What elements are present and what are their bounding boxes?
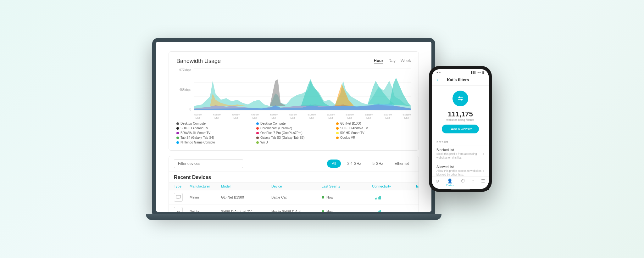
chart-area: 977kbps 488kbps 0 (176, 68, 411, 119)
recent-devices-title: Recent Devices (169, 171, 419, 182)
phone-menu-icon: ☰ (481, 178, 485, 183)
phone-profiles-label: Profiles (446, 184, 453, 186)
connectivity-tabs: All 2.4 GHz 5 GHz Ethernet (327, 160, 414, 168)
table-header: Type Manufacturer Model Device Last Seen… (169, 182, 419, 190)
laptop-base (146, 214, 441, 220)
bandwidth-title: Bandwidth Usage (176, 58, 221, 64)
phone-nav-timer[interactable]: ⏱ (461, 178, 465, 186)
phone-profiles-icon: 👤 (447, 178, 452, 183)
scene: Bandwidth Usage Hour Day Week 977kbps 48… (0, 0, 644, 258)
phone-wifi-icon: wifi (478, 71, 481, 74)
legend-item-1: Desktop Computer (256, 122, 331, 125)
th-model[interactable]: Model (221, 184, 271, 188)
status-dot-0 (322, 196, 324, 199)
phone-status-icons: ▌▌▌ wifi ▓ (471, 71, 484, 74)
filter-devices-input[interactable] (174, 159, 243, 168)
td-model-1: SHIELD Android TV (221, 210, 271, 212)
x-label-10: 5:20pmEST (384, 113, 392, 120)
x-label-9: 5:15pmEST (365, 113, 373, 120)
legend-item-3: SHIELD Android TV (176, 126, 251, 130)
phone-home-indicator (432, 189, 489, 190)
svg-point-10 (461, 99, 463, 101)
devices-table: Type Manufacturer Model Device Last Seen… (169, 182, 419, 212)
conn-tab-ethernet[interactable]: Ethernet (390, 160, 414, 168)
device-icon-1: TV (174, 207, 183, 212)
phone-count-label: websites being filtered (432, 118, 489, 121)
phone-filter-icon (452, 91, 468, 106)
phone-blocked-list-sub: Block this profile from accessing websit… (436, 152, 483, 160)
th-type[interactable]: Type (174, 184, 190, 188)
laptop-screen-outer: Bandwidth Usage Hour Day Week 977kbps 48… (152, 38, 435, 214)
phone-allowed-chevron-icon: › (483, 169, 484, 173)
status-dot-1 (322, 210, 324, 212)
phone-list-label: Kat's list (432, 138, 489, 145)
table-row[interactable]: Minim GL-iNet B1300 Battle Cat Now │ (169, 190, 419, 205)
th-manufacturer[interactable]: Manufacturer (190, 184, 221, 188)
svg-rect-4 (176, 195, 180, 198)
app-content: Bandwidth Usage Hour Day Week 977kbps 48… (156, 42, 431, 212)
legend-item-4: Chromecast (Chromie) (256, 126, 331, 130)
phone-blocked-list-title: Blocked list (436, 148, 483, 152)
phone-blocked-list-item[interactable]: Blocked list Block this profile from acc… (432, 145, 489, 162)
chart-x-axis: 4:30pmEST 4:35pmEST 4:40pmEST 4:45pmEST … (194, 112, 411, 120)
th-last-seen[interactable]: Last Seen (322, 184, 372, 188)
phone-network-icon: ↕ (472, 178, 474, 183)
phone-nav-profiles[interactable]: 👤 Profiles (446, 178, 453, 186)
td-type-1: TV (174, 207, 190, 212)
phone-allowed-list-sub: Allow this profile access to websites bl… (436, 169, 483, 176)
phone-nav-network[interactable]: ↕ (472, 178, 474, 186)
legend-item-6: BRAVIA 4K Smart TV (176, 131, 251, 135)
x-label-4: 4:50pmEST (270, 113, 278, 120)
td-lastseen-1: Now (322, 210, 372, 212)
x-label-0: 4:30pmEST (194, 113, 202, 120)
td-connectivity-0: │ (372, 195, 416, 199)
x-label-1: 4:35pmEST (213, 113, 221, 120)
td-connectivity-1: │ (372, 209, 416, 212)
device-icon-0 (174, 193, 183, 202)
tab-week[interactable]: Week (401, 58, 411, 64)
td-type-0 (174, 193, 190, 202)
phone-time: 9:41 (436, 71, 441, 74)
phone-screen: 9:41 ▌▌▌ wifi ▓ ‹ Kat's filters (432, 69, 489, 189)
phone-add-website-button[interactable]: + Add a website (442, 125, 479, 133)
phone-status-bar: 9:41 ▌▌▌ wifi ▓ (432, 69, 489, 75)
td-device-1: Nvidia SHIELD And... (271, 210, 322, 212)
devices-section: All 2.4 GHz 5 GHz Ethernet Recent Device… (169, 156, 419, 212)
phone-blocked-chevron-icon: › (483, 152, 484, 156)
wifi-signal-0: │ (372, 195, 416, 199)
tab-hour[interactable]: Hour (374, 58, 383, 64)
svg-point-9 (459, 97, 460, 98)
x-label-5: 4:55pmEST (289, 113, 297, 120)
th-connectivity[interactable]: Connectivity (372, 184, 416, 188)
phone-timer-icon: ⏱ (461, 178, 465, 183)
chart-y-axis: 977kbps 488kbps 0 (176, 68, 194, 119)
phone-nav-menu[interactable]: ☰ (481, 178, 485, 186)
phone-home-bar (451, 189, 470, 190)
phone-allowed-list-item[interactable]: Allowed list Allow this profile access t… (432, 162, 489, 176)
phone-nav-bar: ⊙ 👤 Profiles ⏱ ↕ ☰ (432, 176, 489, 189)
wifi-signal-1: │ (372, 209, 416, 212)
th-device[interactable]: Device (271, 184, 322, 188)
conn-tab-5ghz[interactable]: 5 GHz (368, 160, 388, 168)
phone-back-button[interactable]: ‹ (436, 77, 438, 82)
conn-tab-all[interactable]: All (327, 160, 341, 168)
phone-header: ‹ Kat's filters (432, 75, 489, 86)
phone-home-icon: ⊙ (436, 178, 439, 183)
th-alerts[interactable]: Issues and Alerts (416, 184, 419, 188)
phone: 9:41 ▌▌▌ wifi ▓ ‹ Kat's filters (429, 66, 492, 192)
phone-list-section: Kat's list Blocked list Block this profi… (432, 138, 489, 176)
phone-page-title: Kat's filters (441, 77, 475, 82)
x-label-7: 5:05pmEST (327, 113, 335, 120)
phone-count: 111,175 (432, 110, 489, 118)
time-tabs: Hour Day Week (374, 58, 411, 64)
legend-item-8: 50" HD Smart TV (336, 131, 411, 135)
bandwidth-section: Bandwidth Usage Hour Day Week 977kbps 48… (169, 51, 419, 151)
tab-day[interactable]: Day (388, 58, 396, 64)
x-label-6: 5:00pmEST (308, 113, 316, 120)
td-model-0: GL-iNet B1300 (221, 195, 271, 199)
phone-allowed-list-title: Allowed list (436, 165, 483, 169)
table-row[interactable]: TV Nvidia SHIELD Android TV Nvidia SHIEL… (169, 205, 419, 212)
phone-nav-home[interactable]: ⊙ (436, 178, 439, 186)
td-device-0: Battle Cat (271, 195, 322, 199)
conn-tab-2ghz[interactable]: 2.4 GHz (343, 160, 366, 168)
